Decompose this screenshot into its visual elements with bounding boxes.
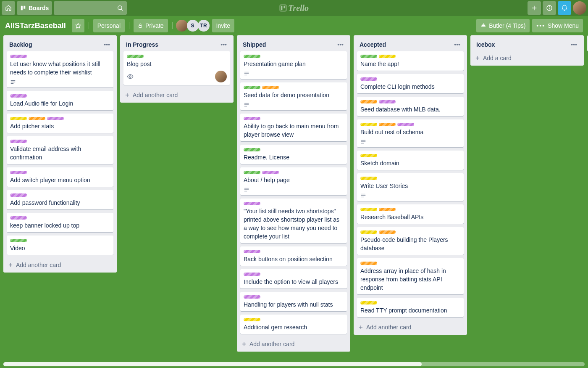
card[interactable]: Seed data for demo presentation: [240, 82, 347, 110]
show-menu-button[interactable]: ••• Show Menu: [532, 19, 583, 32]
card[interactable]: Presentation game plan: [240, 51, 347, 79]
label-purple[interactable]: [244, 202, 260, 205]
add-card-button[interactable]: Add another card: [120, 88, 234, 103]
label-purple[interactable]: [360, 77, 377, 81]
label-yellow[interactable]: [360, 208, 377, 211]
card[interactable]: Sketch domain: [357, 151, 464, 170]
card[interactable]: Add password functionality: [7, 190, 113, 209]
label-green[interactable]: [360, 55, 377, 58]
card[interactable]: Research Baseball APIs: [357, 204, 464, 224]
list-title[interactable]: Icebox: [476, 41, 495, 48]
list-menu-button[interactable]: •••: [334, 40, 347, 50]
label-orange[interactable]: [379, 208, 396, 211]
card[interactable]: Ability to go back to main menu from pla…: [240, 114, 347, 141]
card[interactable]: About / help page: [240, 167, 347, 195]
card[interactable]: Add pitcher stats: [7, 114, 113, 133]
label-green[interactable]: [244, 55, 260, 58]
label-orange[interactable]: [29, 117, 45, 120]
label-yellow[interactable]: [360, 154, 377, 157]
card[interactable]: Write User Stories: [357, 173, 464, 201]
label-yellow[interactable]: [360, 230, 377, 234]
label-purple[interactable]: [10, 140, 27, 143]
card[interactable]: Readme, License: [240, 145, 347, 164]
label-green[interactable]: [244, 86, 260, 89]
search-input[interactable]: [54, 1, 127, 15]
label-orange[interactable]: [262, 86, 279, 89]
card[interactable]: Address array in place of hash in respon…: [357, 258, 464, 294]
list-menu-button[interactable]: •••: [567, 40, 580, 50]
card[interactable]: Add switch player menu option: [7, 167, 113, 187]
card[interactable]: Read TTY prompt documentation: [357, 298, 464, 317]
label-purple[interactable]: [244, 273, 260, 276]
board-canvas[interactable]: Backlog•••Let user know what positions i…: [0, 35, 588, 362]
invite-button[interactable]: Invite: [212, 19, 234, 32]
label-orange[interactable]: [360, 100, 377, 103]
card[interactable]: "Your list still needs two shortstops" p…: [240, 199, 347, 243]
card[interactable]: Let user know what positions it still ne…: [7, 51, 113, 87]
add-card-button[interactable]: Add a card: [470, 51, 584, 66]
card[interactable]: Validate email address with confirmation: [7, 136, 113, 164]
notifications-button[interactable]: [558, 1, 571, 15]
card[interactable]: Back buttons on position selection: [240, 246, 347, 266]
label-yellow[interactable]: [360, 123, 377, 126]
label-purple[interactable]: [244, 250, 260, 253]
label-green[interactable]: [127, 55, 144, 58]
label-purple[interactable]: [244, 295, 260, 299]
label-purple[interactable]: [10, 55, 27, 58]
card[interactable]: Handling for players with null stats: [240, 292, 347, 311]
label-purple[interactable]: [47, 117, 64, 120]
member-avatar[interactable]: TR: [198, 20, 210, 32]
label-yellow[interactable]: [379, 55, 396, 58]
butler-button[interactable]: Butler (4 Tips): [476, 19, 530, 32]
visibility-button[interactable]: Private: [134, 19, 168, 32]
label-green[interactable]: [244, 148, 260, 151]
list-title[interactable]: In Progress: [126, 41, 158, 48]
label-yellow[interactable]: [360, 177, 377, 180]
label-purple[interactable]: [10, 94, 27, 98]
card[interactable]: Complete CLI login methods: [357, 74, 464, 93]
user-avatar[interactable]: [573, 1, 586, 15]
card[interactable]: Pseudo-code building the Players databas…: [357, 227, 464, 255]
boards-button[interactable]: Boards: [17, 1, 52, 15]
add-card-button[interactable]: Add another card: [237, 337, 350, 352]
label-green[interactable]: [10, 239, 27, 242]
add-card-button[interactable]: Add another card: [354, 320, 467, 335]
board-name[interactable]: AllSTarzBaseball: [5, 21, 66, 30]
card[interactable]: Load Audio file for Login: [7, 91, 113, 110]
card[interactable]: Video: [7, 236, 113, 255]
label-purple[interactable]: [244, 117, 260, 120]
label-green[interactable]: [244, 171, 260, 174]
card[interactable]: Build out rest of schema: [357, 119, 464, 147]
label-purple[interactable]: [10, 193, 27, 197]
label-purple[interactable]: [262, 171, 279, 174]
info-button[interactable]: [543, 1, 556, 15]
card[interactable]: keep banner locked up top: [7, 213, 113, 232]
label-yellow[interactable]: [360, 301, 377, 304]
card[interactable]: Include the option to view all players: [240, 269, 347, 289]
card-member-avatar[interactable]: [215, 71, 227, 82]
list-title[interactable]: Shipped: [243, 41, 266, 48]
label-orange[interactable]: [379, 123, 396, 126]
label-orange[interactable]: [360, 262, 377, 265]
card[interactable]: Name the app!: [357, 51, 464, 71]
card[interactable]: Seed database with MLB data.: [357, 97, 464, 116]
create-button[interactable]: [528, 1, 541, 15]
member-avatar[interactable]: [176, 20, 188, 32]
list-title[interactable]: Backlog: [9, 41, 32, 48]
home-button[interactable]: [2, 1, 15, 15]
card[interactable]: Blog post: [123, 51, 230, 85]
horizontal-scrollbar[interactable]: [3, 362, 585, 366]
label-yellow[interactable]: [10, 117, 27, 120]
label-purple[interactable]: [397, 123, 414, 126]
list-menu-button[interactable]: •••: [451, 40, 464, 50]
label-purple[interactable]: [10, 216, 27, 220]
list-menu-button[interactable]: •••: [217, 40, 230, 50]
label-purple[interactable]: [379, 100, 396, 103]
label-yellow[interactable]: [244, 318, 260, 321]
brand-logo[interactable]: Trello: [279, 3, 309, 13]
team-button[interactable]: Personal: [93, 19, 125, 32]
list-title[interactable]: Accepted: [360, 41, 386, 48]
list-menu-button[interactable]: •••: [100, 40, 113, 50]
scrollbar-thumb[interactable]: [3, 362, 422, 366]
label-orange[interactable]: [379, 230, 396, 234]
